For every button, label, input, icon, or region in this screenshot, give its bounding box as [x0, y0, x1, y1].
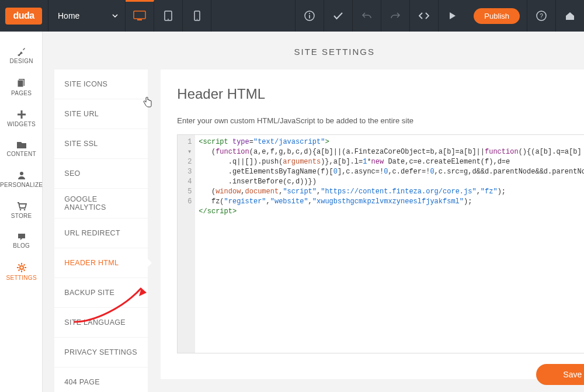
editor-description: Enter your own custom HTML/JavaScript to…	[177, 116, 584, 125]
leftnav-label: DESIGN	[10, 58, 33, 64]
chevron-down-icon	[112, 14, 118, 18]
submenu-google-analytics[interactable]: GOOGLE ANALYTICS	[54, 189, 148, 218]
home-icon[interactable]	[555, 0, 584, 32]
submenu-url-redirect[interactable]: URL REDIRECT	[54, 218, 148, 248]
settings-submenu: SITE ICONS SITE URL SITE SSL SEO GOOGLE …	[54, 70, 148, 392]
svg-point-8	[309, 13, 310, 14]
device-tablet-button[interactable]	[154, 0, 183, 32]
logo: duda	[5, 8, 42, 25]
svg-rect-7	[310, 15, 311, 19]
svg-rect-0	[134, 11, 145, 19]
svg-text:?: ?	[540, 13, 543, 19]
check-icon[interactable]	[324, 0, 352, 32]
save-button[interactable]: Save	[536, 364, 584, 385]
leftnav-label: PAGES	[11, 90, 32, 96]
preview-icon[interactable]	[438, 0, 467, 32]
help-icon[interactable]: ?	[527, 0, 555, 32]
leftnav-item-content[interactable]: CONTENT	[0, 135, 43, 165]
leftnav-label: WIDGETS	[7, 121, 36, 127]
device-desktop-button[interactable]	[126, 0, 154, 32]
submenu-404-page[interactable]: 404 PAGE	[54, 367, 148, 392]
leftnav-label: PERSONALIZE	[0, 182, 43, 188]
leftnav-item-settings[interactable]: SETTINGS	[0, 256, 43, 289]
submenu-seo[interactable]: SEO	[54, 159, 148, 189]
svg-rect-12	[18, 80, 23, 87]
page-dropdown-label: Home	[58, 11, 79, 20]
left-nav: DESIGN PAGES WIDGETS CONTENT PERSONALIZE…	[0, 32, 43, 392]
content-area: SITE SETTINGS SITE ICONS SITE URL SITE S…	[43, 32, 584, 392]
code-gutter: 1 ▾2 3456	[178, 135, 195, 353]
leftnav-item-widgets[interactable]: WIDGETS	[0, 104, 43, 135]
leftnav-item-pages[interactable]: PAGES	[0, 72, 43, 104]
svg-point-15	[23, 209, 25, 211]
info-icon[interactable]	[295, 0, 324, 32]
page-dropdown[interactable]: Home	[48, 0, 126, 32]
leftnav-label: STORE	[11, 213, 32, 219]
leftnav-label: BLOG	[13, 242, 30, 249]
submenu-site-language[interactable]: SITE LANGUAGE	[54, 308, 148, 338]
leftnav-item-personalize[interactable]: PERSONALIZE	[0, 165, 43, 196]
submenu-privacy-settings[interactable]: PRIVACY SETTINGS	[54, 338, 148, 367]
svg-point-13	[20, 172, 23, 175]
code-editor[interactable]: 1 ▾2 3456 <script type="text/javascript"…	[177, 134, 584, 353]
section-title: SITE SETTINGS	[43, 32, 584, 70]
leftnav-item-blog[interactable]: BLOG	[0, 227, 43, 256]
svg-point-5	[196, 19, 197, 20]
submenu-site-icons[interactable]: SITE ICONS	[54, 70, 148, 99]
leftnav-item-design[interactable]: DESIGN	[0, 40, 43, 72]
leftnav-label: CONTENT	[6, 151, 36, 157]
publish-button[interactable]: Publish	[474, 8, 520, 24]
undo-icon[interactable]	[352, 0, 381, 32]
svg-point-14	[19, 209, 21, 211]
code-content[interactable]: <script type="text/javascript"> (functio…	[195, 135, 584, 353]
editor-panel: Header HTML Enter your own custom HTML/J…	[161, 70, 584, 379]
redo-icon[interactable]	[381, 0, 409, 32]
devmode-icon[interactable]	[409, 0, 438, 32]
leftnav-label: SETTINGS	[6, 275, 36, 281]
submenu-backup-site[interactable]: BACKUP SITE	[54, 278, 148, 308]
topbar: duda Home Publish ?	[0, 0, 584, 32]
submenu-header-html[interactable]: HEADER HTML	[54, 248, 148, 278]
submenu-site-ssl[interactable]: SITE SSL	[54, 129, 148, 159]
submenu-site-url[interactable]: SITE URL	[54, 99, 148, 129]
svg-point-3	[168, 19, 169, 20]
leftnav-item-store[interactable]: STORE	[0, 196, 43, 227]
svg-rect-1	[137, 19, 142, 20]
device-mobile-button[interactable]	[183, 0, 211, 32]
device-switcher	[126, 0, 211, 32]
svg-point-16	[20, 266, 23, 269]
editor-title: Header HTML	[177, 86, 584, 102]
